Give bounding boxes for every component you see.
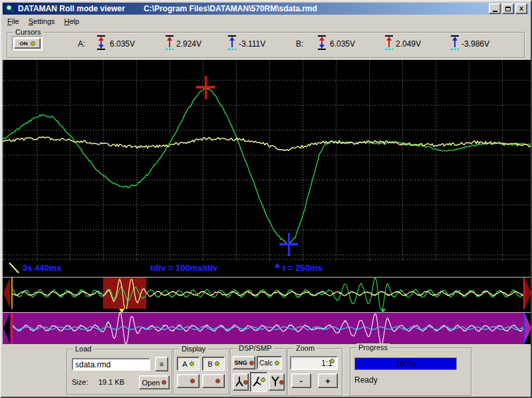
display-a-button[interactable]: A [177,357,200,371]
ready-status-label: Ready [354,375,378,385]
zoom-in-button[interactable]: + [318,373,338,388]
display-aux-b-button[interactable] [202,374,225,388]
cursor-b-min-value: -3.986V [462,39,489,49]
filename-input[interactable] [72,358,150,371]
minimize-button[interactable] [489,3,501,14]
size-value: 19.1 KB [98,378,124,386]
menu-bar: File Settings Help [3,15,529,28]
app-window: DATAMAN Roll mode viewer C:\Program File… [0,0,532,398]
zoom-out-button[interactable]: - [291,373,311,388]
edge-falling-button[interactable] [233,373,249,391]
zoom-led [330,359,334,363]
close-icon: X [519,5,523,12]
magnifier-icon [5,4,15,13]
display-aux-b-led [215,379,220,383]
delta-icon [274,263,281,268]
close-button[interactable]: X [515,3,527,14]
max-cursor-icon-b [384,35,394,53]
edge-rising-icon [270,375,280,389]
calc-button[interactable]: Calc [257,356,282,369]
calc-led [275,361,279,365]
edge-both-led [261,377,265,382]
tdiv-label: tdiv = 100ms/div [150,263,217,273]
channel-b-label: B: [296,39,303,49]
cursors-group-label: Cursors [13,28,43,36]
open-button[interactable]: Open [139,375,170,389]
edge-both-icon [252,375,262,389]
plus-icon: + [325,376,331,386]
window-title: DATAMAN Roll mode viewer [18,4,125,13]
size-label: Size: [72,378,88,386]
cursor-a-pp-value: 6.035V [110,39,135,49]
peak-to-peak-icon-a [96,35,106,53]
display-groupbox: Display [173,349,230,395]
progress-bar: 100% [354,357,457,370]
cursor-b-pp-value: 6.035V [330,39,355,49]
file-list-button[interactable]: ≡ [155,357,168,371]
maximize-button[interactable] [502,3,514,14]
progress-group-label: Progress [356,343,390,351]
menu-item-help[interactable]: Help [60,16,84,27]
dsp-group-label: DSP/SMP [237,344,274,352]
progress-percent: 100% [396,359,416,369]
window-file-path: C:\Program Files\DATAMAN\570RM\sdata.rmd [144,4,317,13]
cursors-on-well: ON [12,36,43,51]
overview-strip-1[interactable] [3,277,532,309]
min-cursor-icon-b [450,35,460,53]
edge-falling-icon [234,375,244,389]
slope-icon [8,262,20,277]
strip-position-marker[interactable] [380,309,386,313]
title-bar[interactable]: DATAMAN Roll mode viewer C:\Program File… [3,3,529,15]
menu-item-file[interactable]: File [3,16,24,27]
time-position-label: 3s 440ms [23,263,62,273]
display-group-label: Display [180,345,207,353]
list-icon: ≡ [160,360,164,368]
edge-rising-button[interactable] [269,373,285,391]
cursors-panel: Cursors ON A: 6.035V 2.924V -3.111V B: 6… [3,28,529,60]
zoom-groupbox: Zoom [287,348,343,397]
maximize-icon [505,7,511,11]
sng-button[interactable]: SNG [233,356,255,369]
scope-display[interactable] [3,60,532,260]
progress-groupbox: Progress [350,347,472,397]
peak-to-peak-icon-b [317,35,327,53]
max-cursor-icon-a [164,35,175,53]
edge-rising-led [279,380,284,385]
display-b-button[interactable]: B [202,357,225,371]
menu-item-settings[interactable]: Settings [24,16,60,27]
delta-t-label: t = 250ms [283,263,323,273]
min-cursor-icon-a [227,35,237,53]
zoom-group-label: Zoom [294,344,317,352]
cursor-a-max-value: 2.924V [176,39,201,49]
edge-both-button[interactable] [250,372,267,392]
scope-status-bar: 3s 440ms tdiv = 100ms/div t = 250ms [3,260,532,277]
overview-strip-2[interactable] [3,312,532,344]
cursors-on-button[interactable]: ON [14,38,41,49]
display-aux-a-button[interactable] [177,374,200,388]
load-group-label: Load [73,345,93,353]
strip-marker-row [3,309,532,312]
display-a-led [190,361,194,366]
channel-a-label: A: [78,39,85,49]
cursor-b-max-value: 2.049V [396,39,421,49]
display-aux-a-led [190,379,195,383]
minus-icon: - [300,376,303,386]
cursor-a-min-value: -3.111V [239,39,265,49]
cursors-on-led [31,41,35,46]
edge-falling-led [243,380,248,385]
zoom-ratio-display: 1:1 [290,356,338,370]
minimize-icon [493,11,497,12]
strip-position-marker[interactable] [119,309,124,313]
open-led [162,380,166,385]
display-b-led [215,361,219,366]
sng-led [249,361,254,365]
